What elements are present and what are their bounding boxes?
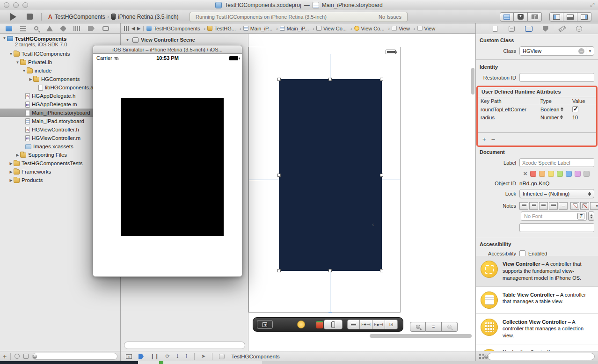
breadcrumb-file[interactable]: Main_iP... [243,26,278,31]
simulator-titlebar[interactable]: iOS Simulator – iPhone Retina (3.5-inch)… [93,45,242,54]
disclosure-triangle[interactable] [15,153,20,157]
blue-swatch[interactable] [566,171,572,177]
justify-button[interactable] [549,202,558,210]
scm-status-icon[interactable] [23,354,29,359]
scheme-selector[interactable]: A TestHGComponents › iPhone Retina (3.5-… [48,14,178,20]
toggle-debug-area-button[interactable] [563,12,577,22]
boolean-value-checkbox[interactable] [572,106,578,112]
library-item-navigation-controller[interactable]: Navigation Controller [476,344,598,351]
breadcrumb-group[interactable]: TestHG... [207,26,241,31]
resize-handle-bottom-left[interactable] [277,269,281,272]
assistant-editor-button[interactable] [514,12,528,22]
scheme-app-name[interactable]: TestHGComponents [55,14,105,20]
resize-handle-top-left[interactable] [277,78,281,81]
no-color-button[interactable]: ✕ [523,171,527,177]
constraint-top[interactable] [330,54,330,79]
outline-filter-input[interactable] [124,342,245,349]
type-cell[interactable]: Boolean [540,107,559,112]
number-value-cell[interactable]: 10 [572,115,596,120]
project-navigator-icon[interactable] [6,26,12,31]
font-field[interactable]: No Font T [521,211,587,221]
breakpoints-toggle-icon[interactable] [139,354,144,359]
zoom-out-button[interactable] [410,322,426,332]
version-editor-button[interactable] [528,12,542,22]
resize-handle-top-right[interactable] [380,78,383,81]
align-button[interactable] [347,320,360,329]
more-formats-button[interactable] [590,202,598,210]
ios-simulator-window[interactable]: iOS Simulator – iPhone Retina (3.5-inch)… [93,45,242,277]
no-fill-button[interactable] [570,202,579,210]
disclosure-triangle[interactable] [125,38,130,42]
simulate-location-icon[interactable]: ➤ [201,353,205,359]
outline-toggle-chevron[interactable]: ‹ [372,221,374,228]
standard-editor-button[interactable] [500,12,514,22]
library-search-input[interactable] [488,353,595,360]
disclosure-triangle[interactable] [15,60,20,65]
disclosure-triangle[interactable] [28,77,33,81]
zoom-window-button[interactable] [22,2,28,8]
align-right-button[interactable] [539,202,548,210]
breadcrumb-view[interactable]: View [417,26,439,31]
breakpoint-navigator-icon[interactable] [88,26,95,31]
test-navigator-icon[interactable] [60,25,66,31]
resolve-issues-button[interactable]: ⊦●⊣ [372,320,385,329]
align-left-button[interactable] [519,202,528,210]
minimize-window-button[interactable] [13,2,19,8]
quick-help-inspector-tab[interactable] [507,24,517,33]
column-type[interactable]: Type [540,98,572,104]
type-stepper[interactable] [561,107,563,111]
log-navigator-icon[interactable] [102,26,109,31]
symbol-navigator-icon[interactable] [20,26,26,31]
library-view-mode-icon[interactable] [479,354,484,359]
disclosure-triangle[interactable] [8,178,14,182]
back-button[interactable]: ◀ [131,26,135,31]
type-cell[interactable]: Number [540,115,559,120]
align-center-button[interactable] [529,202,538,210]
toggle-navigator-button[interactable] [549,12,563,22]
disclosure-triangle[interactable] [8,170,14,174]
connections-inspector-tab[interactable]: → [574,24,584,33]
font-picker-icon[interactable]: T [577,213,584,219]
issue-navigator-icon[interactable] [46,26,53,31]
step-out-icon[interactable]: ⭡ [185,353,188,359]
vertical-scrollbar[interactable] [471,68,474,95]
resize-handle-mid-right[interactable] [380,174,383,177]
jump-to-class-icon[interactable] [578,48,584,54]
disclosure-triangle[interactable] [22,69,27,73]
hide-outline-button[interactable]: ◀ [257,320,273,329]
step-over-icon[interactable]: ⟳ [165,353,169,359]
disclosure-triangle[interactable] [8,52,14,56]
attributes-inspector-tab[interactable] [540,24,551,33]
constraint-leading[interactable] [249,180,279,180]
class-dropdown-icon[interactable] [586,47,594,55]
close-window-button[interactable] [4,2,9,8]
selected-hgview[interactable] [279,79,382,271]
add-attribute-button[interactable]: + [482,136,486,143]
font-size-stepper[interactable] [588,211,594,221]
breadcrumb-view[interactable]: View [392,26,415,31]
zoom-reset-button[interactable]: = [426,322,442,332]
form-factor-toggle-button[interactable] [324,320,343,329]
green-swatch[interactable] [557,171,563,177]
resize-handle-bottom-right[interactable] [380,269,383,272]
view-controller-scene[interactable] [248,47,401,313]
run-button[interactable] [10,13,16,21]
gray-swatch[interactable] [583,171,590,177]
no-border-button[interactable] [580,202,589,210]
class-combo-box[interactable]: HGView [519,46,594,56]
recent-files-icon[interactable] [15,354,20,359]
disclosure-triangle[interactable] [2,36,7,40]
constraint-trailing[interactable] [382,180,401,180]
resizing-behavior-button[interactable]: ⊡ [385,320,398,329]
column-key-path[interactable]: Key Path [481,98,540,104]
library-item-view-controller[interactable]: View Controller – A controller that supp… [476,256,598,287]
key-path-cell[interactable]: roundTopLeftCorner [481,107,540,112]
yellow-swatch[interactable] [548,171,554,177]
purple-swatch[interactable] [575,171,581,177]
remove-attribute-button[interactable]: – [492,136,495,143]
file-inspector-tab[interactable] [490,24,500,33]
type-stepper[interactable] [560,115,563,119]
lock-popup[interactable]: Inherited – (Nothing) [519,189,594,198]
pin-button[interactable]: ⊦+⊣ [360,320,372,329]
runtime-attribute-row[interactable]: radius Number 10 [478,113,596,121]
